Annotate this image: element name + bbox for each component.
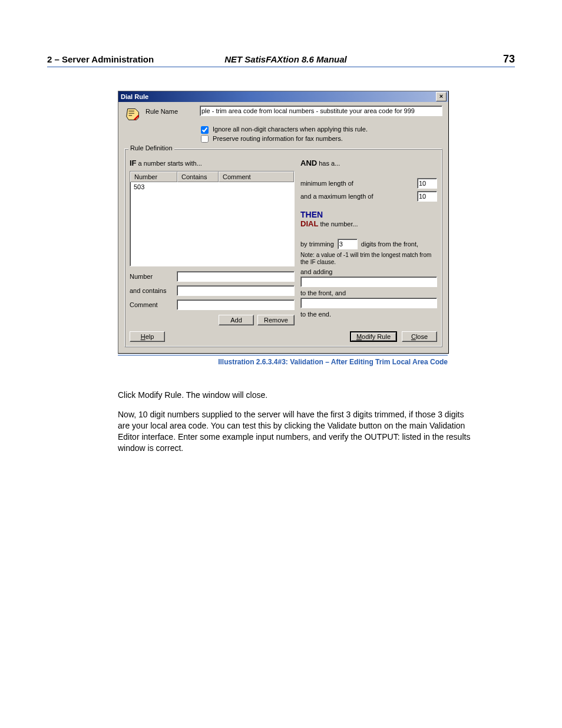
col-header-comment[interactable]: Comment <box>219 172 294 182</box>
number-listview[interactable]: Number Contains Comment 503 <box>130 171 295 266</box>
titlebar: Dial Rule × <box>118 91 448 102</box>
rule-name-input[interactable] <box>200 106 442 116</box>
body-text: Click Modify Rule. The window will close… <box>118 390 477 453</box>
min-length-label: minimum length of <box>300 180 353 187</box>
min-length-input[interactable] <box>417 178 437 189</box>
list-item[interactable]: 503 <box>130 182 294 192</box>
header-section: 2 – Server Administration <box>47 54 154 64</box>
paragraph-1: Click Modify Rule. The window will close… <box>118 390 477 401</box>
rule-definition-group: Rule Definition IF a number starts with.… <box>124 149 442 347</box>
comment-field-label: Comment <box>130 301 177 308</box>
if-label: IF <box>130 159 137 167</box>
max-length-label: and a maximum length of <box>300 193 373 200</box>
remove-button[interactable]: Remove <box>257 315 295 325</box>
close-icon[interactable]: × <box>436 92 447 101</box>
trim-suffix-label: digits from the front, <box>361 241 418 248</box>
trim-prefix-label: by trimming <box>300 241 334 248</box>
ignore-nondigit-checkbox[interactable] <box>201 126 209 134</box>
preserve-routing-checkbox[interactable] <box>201 135 209 143</box>
preserve-routing-label: Preserve routing information for fax num… <box>213 135 343 142</box>
and-text: has a... <box>317 160 340 167</box>
page-header: 2 – Server Administration NET SatisFAXti… <box>47 53 515 67</box>
paragraph-2: Now, 10 digit numbers supplied to the se… <box>118 409 477 454</box>
cell-comment <box>219 182 294 192</box>
number-field-label: Number <box>130 273 177 280</box>
rule-name-label: Rule Name <box>146 108 196 115</box>
help-button[interactable]: Help <box>130 331 165 342</box>
window-title: Dial Rule <box>121 93 436 100</box>
adding-label: and adding <box>300 268 437 275</box>
contains-field[interactable] <box>177 285 295 296</box>
cell-contains <box>177 182 219 192</box>
then-label: THEN <box>300 210 437 219</box>
comment-field[interactable] <box>177 299 295 310</box>
end-label: to the end. <box>300 311 437 318</box>
dial-rule-dialog: Dial Rule × Rule Name <box>118 91 449 354</box>
trim-note: Note: a value of -1 will trim the longes… <box>300 252 437 266</box>
if-text: a number starts with... <box>137 160 202 167</box>
header-manual-title: NET SatisFAXtion 8.6 Manual <box>154 54 503 64</box>
front-label: to the front, and <box>300 289 437 297</box>
ignore-nondigit-label: Ignore all non-digit characters when app… <box>213 126 368 133</box>
col-header-contains[interactable]: Contains <box>177 172 219 182</box>
modify-rule-button[interactable]: Modify Rule <box>350 331 397 342</box>
trim-digits-input[interactable] <box>338 239 358 249</box>
illustration-caption: Illustration 2.6.3.4#3: Validation – Aft… <box>118 355 448 366</box>
dial-text: the number... <box>318 220 358 228</box>
add-end-input[interactable] <box>300 298 437 308</box>
add-front-input[interactable] <box>300 276 437 287</box>
contains-field-label: and contains <box>130 287 177 294</box>
rule-definition-legend: Rule Definition <box>128 144 174 151</box>
number-field[interactable] <box>177 271 295 282</box>
dial-label: DIAL <box>300 219 318 228</box>
and-label: AND <box>300 159 317 167</box>
cell-number: 503 <box>130 182 177 192</box>
col-header-number[interactable]: Number <box>130 172 177 182</box>
rule-hand-icon <box>124 106 142 123</box>
page-number: 73 <box>503 53 515 65</box>
close-button[interactable]: Close <box>402 331 437 342</box>
add-button[interactable]: Add <box>219 315 254 325</box>
max-length-input[interactable] <box>417 191 437 202</box>
